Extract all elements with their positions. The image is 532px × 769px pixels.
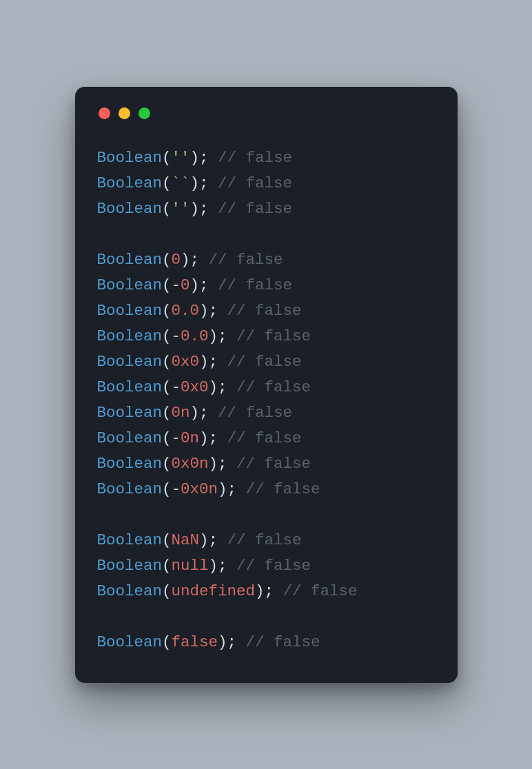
token-string: '' bbox=[172, 149, 190, 167]
token-paren-open: ( bbox=[162, 174, 172, 192]
token-number: 0 bbox=[172, 251, 181, 269]
token-paren-close: ) bbox=[218, 633, 227, 651]
token-comment: // false bbox=[283, 582, 358, 600]
token-paren-close: ) bbox=[190, 174, 200, 192]
token-comment: // false bbox=[227, 353, 302, 371]
token-comment: // false bbox=[236, 557, 311, 575]
token-comment: // false bbox=[246, 633, 320, 651]
token-identifier: undefined bbox=[172, 582, 256, 600]
token-semicolon: ; bbox=[209, 302, 218, 320]
token-number: 0x0n bbox=[181, 480, 218, 498]
token-comment: // false bbox=[227, 531, 302, 549]
token-semicolon: ; bbox=[218, 378, 227, 396]
token-semicolon: ; bbox=[209, 353, 218, 371]
blank-line bbox=[97, 604, 436, 630]
close-icon bbox=[99, 107, 110, 119]
token-paren-open: ( bbox=[162, 633, 172, 651]
token-comment: // false bbox=[209, 251, 283, 269]
token-string: '' bbox=[172, 200, 190, 218]
token-comment: // false bbox=[227, 302, 302, 320]
token-paren-close: ) bbox=[199, 302, 209, 320]
code-line: Boolean(''); // false bbox=[97, 196, 436, 222]
code-line: Boolean(NaN); // false bbox=[97, 528, 436, 553]
token-function: Boolean bbox=[97, 200, 163, 218]
token-function: Boolean bbox=[97, 531, 163, 549]
code-window: Boolean(''); // falseBoolean(``); // fal… bbox=[75, 87, 458, 683]
token-function: Boolean bbox=[97, 557, 163, 575]
token-paren-close: ) bbox=[255, 582, 265, 600]
token-identifier: null bbox=[172, 557, 209, 575]
code-line: Boolean(-0); // false bbox=[97, 273, 436, 298]
token-function: Boolean bbox=[97, 251, 163, 269]
token-paren-open: ( bbox=[162, 327, 172, 345]
token-semicolon: ; bbox=[209, 429, 218, 447]
token-function: Boolean bbox=[97, 302, 163, 320]
token-semicolon: ; bbox=[218, 455, 227, 473]
token-paren-open: ( bbox=[162, 557, 172, 575]
token-semicolon: ; bbox=[227, 480, 237, 498]
token-paren-close: ) bbox=[190, 200, 200, 218]
token-semicolon: ; bbox=[190, 251, 200, 269]
token-operator-negate: - bbox=[172, 378, 181, 396]
token-number: 0.0 bbox=[181, 327, 209, 345]
token-function: Boolean bbox=[97, 429, 163, 447]
token-comment: // false bbox=[236, 455, 311, 473]
code-line: Boolean(-0n); // false bbox=[97, 426, 436, 451]
code-line: Boolean(''); // false bbox=[97, 145, 436, 171]
token-paren-close: ) bbox=[209, 557, 218, 575]
token-comment: // false bbox=[246, 480, 320, 498]
token-semicolon: ; bbox=[227, 633, 237, 651]
token-paren-open: ( bbox=[162, 149, 172, 167]
token-number: 0x0 bbox=[181, 378, 209, 396]
token-paren-close: ) bbox=[190, 276, 200, 294]
code-line: Boolean(null); // false bbox=[97, 553, 436, 579]
token-paren-close: ) bbox=[190, 149, 200, 167]
token-paren-open: ( bbox=[162, 455, 172, 473]
token-paren-open: ( bbox=[162, 582, 172, 600]
token-comment: // false bbox=[218, 200, 292, 218]
token-semicolon: ; bbox=[265, 582, 274, 600]
token-comment: // false bbox=[236, 378, 311, 396]
code-line: Boolean(-0x0n); // false bbox=[97, 477, 436, 502]
code-line: Boolean(-0.0); // false bbox=[97, 324, 436, 349]
token-function: Boolean bbox=[97, 633, 163, 651]
token-semicolon: ; bbox=[218, 557, 227, 575]
token-function: Boolean bbox=[97, 353, 163, 371]
token-comment: // false bbox=[218, 174, 292, 192]
token-function: Boolean bbox=[97, 378, 163, 396]
token-paren-open: ( bbox=[162, 302, 172, 320]
token-comment: // false bbox=[236, 327, 311, 345]
code-line: Boolean(-0x0); // false bbox=[97, 375, 436, 400]
token-comment: // false bbox=[227, 429, 302, 447]
blank-line bbox=[97, 502, 436, 528]
token-paren-open: ( bbox=[162, 531, 172, 549]
token-paren-close: ) bbox=[209, 327, 218, 345]
code-line: Boolean(0x0); // false bbox=[97, 349, 436, 375]
code-line: Boolean(false); // false bbox=[97, 630, 436, 655]
token-string: `` bbox=[172, 174, 190, 192]
code-line: Boolean(``); // false bbox=[97, 171, 436, 196]
token-semicolon: ; bbox=[199, 200, 209, 218]
token-function: Boolean bbox=[97, 276, 163, 294]
token-function: Boolean bbox=[97, 174, 163, 192]
token-number: 0n bbox=[181, 429, 199, 447]
token-semicolon: ; bbox=[199, 174, 209, 192]
token-operator-negate: - bbox=[172, 276, 181, 294]
token-paren-close: ) bbox=[199, 353, 209, 371]
token-number: 0n bbox=[172, 404, 190, 422]
token-identifier: NaN bbox=[172, 531, 200, 549]
blank-line bbox=[97, 222, 436, 247]
maximize-icon bbox=[139, 107, 150, 119]
token-paren-close: ) bbox=[199, 531, 209, 549]
traffic-lights bbox=[99, 107, 436, 119]
token-comment: // false bbox=[218, 149, 292, 167]
token-comment: // false bbox=[218, 404, 292, 422]
token-number: 0x0 bbox=[172, 353, 200, 371]
token-operator-negate: - bbox=[172, 429, 181, 447]
token-function: Boolean bbox=[97, 327, 163, 345]
token-paren-close: ) bbox=[209, 378, 218, 396]
token-paren-close: ) bbox=[218, 480, 227, 498]
token-paren-close: ) bbox=[181, 251, 190, 269]
token-number: 0x0n bbox=[172, 455, 209, 473]
minimize-icon bbox=[119, 107, 130, 119]
